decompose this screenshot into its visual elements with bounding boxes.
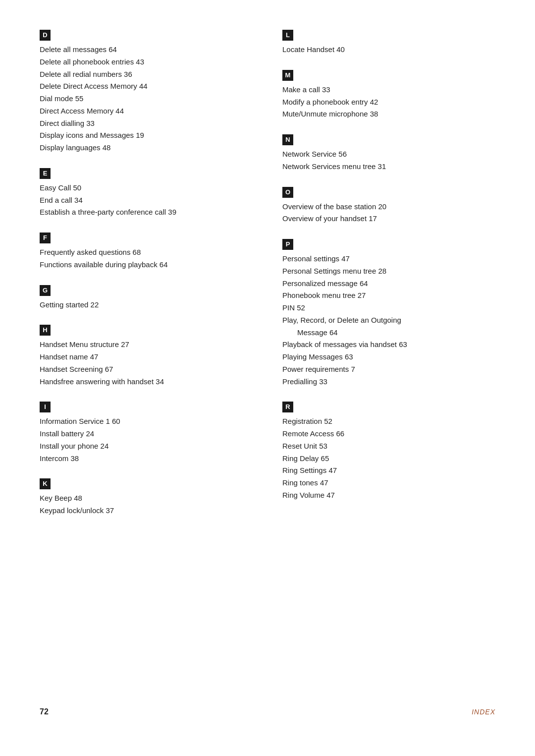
list-item: Information Service 1 60 [40, 415, 253, 428]
list-item: Overview of the base station 20 [282, 201, 495, 213]
list-item: Make a call 33 [282, 84, 495, 96]
section-p: PPersonal settings 47Personal Settings m… [282, 239, 495, 388]
list-item: Ring Settings 47 [282, 465, 495, 477]
list-item: Ring tones 47 [282, 477, 495, 489]
list-item: Play, Record, or Delete an Outgoing [282, 314, 495, 327]
list-item: End a call 34 [40, 194, 253, 207]
section-k: KKey Beep 48Keypad lock/unlock 37 [40, 478, 253, 517]
section-f: FFrequently asked questions 68Functions … [40, 233, 253, 271]
section-g: GGetting started 22 [40, 285, 253, 311]
list-item: Delete all phonebook entries 43 [40, 56, 253, 68]
section-letter-d: D [40, 30, 51, 41]
list-item: Handset name 47 [40, 351, 253, 363]
list-item: Install battery 24 [40, 428, 253, 440]
list-item: Delete all redial numbers 36 [40, 68, 253, 81]
list-item: Direct Access Memory 44 [40, 105, 253, 117]
list-item: Phonebook menu tree 27 [282, 290, 495, 302]
list-item: Functions available during playback 64 [40, 259, 253, 271]
section-letter-h: H [40, 325, 51, 336]
section-letter-k: K [40, 478, 51, 489]
list-item: Playback of messages via handset 63 [282, 339, 495, 351]
list-item: Power requirements 7 [282, 363, 495, 376]
list-item: Display languages 48 [40, 142, 253, 154]
section-letter-e: E [40, 168, 51, 179]
list-item: Handset Screening 67 [40, 363, 253, 376]
left-column: DDelete all messages 64Delete all phoneb… [40, 30, 253, 683]
list-item: Display icons and Messages 19 [40, 129, 253, 142]
list-item: Frequently asked questions 68 [40, 246, 253, 259]
index-label: INDEX [472, 708, 495, 716]
list-item: Network Service 56 [282, 148, 495, 161]
section-letter-n: N [282, 134, 293, 145]
section-o: OOverview of the base station 20Overview… [282, 187, 495, 226]
list-item: Easy Call 50 [40, 182, 253, 194]
section-i: IInformation Service 1 60Install battery… [40, 402, 253, 465]
list-item: Delete Direct Access Memory 44 [40, 80, 253, 93]
section-letter-g: G [40, 285, 51, 296]
list-item: Predialling 33 [282, 376, 495, 388]
list-item: Registration 52 [282, 415, 495, 428]
section-e: EEasy Call 50End a call 34Establish a th… [40, 168, 253, 219]
section-letter-o: O [282, 187, 293, 198]
list-item: Delete all messages 64 [40, 44, 253, 56]
list-item: Dial mode 55 [40, 93, 253, 105]
section-letter-l: L [282, 30, 293, 41]
section-letter-m: M [282, 70, 293, 81]
list-item: Mute/Unmute microphone 38 [282, 108, 495, 120]
page-footer: 72 INDEX [40, 702, 495, 716]
list-item: Handset Menu structure 27 [40, 339, 253, 351]
page-number: 72 [40, 707, 49, 716]
list-item: Modify a phonebook entry 42 [282, 96, 495, 109]
list-item: Getting started 22 [40, 299, 253, 311]
section-letter-r: R [282, 402, 293, 412]
list-item: Ring Volume 47 [282, 489, 495, 502]
section-letter-i: I [40, 402, 51, 412]
section-n: NNetwork Service 56Network Services menu… [282, 134, 495, 173]
index-columns: DDelete all messages 64Delete all phoneb… [40, 30, 495, 683]
section-r: RRegistration 52Remote Access 66Reset Un… [282, 402, 495, 501]
list-item: Key Beep 48 [40, 492, 253, 505]
list-item: PIN 52 [282, 302, 495, 314]
list-item: Personalized message 64 [282, 278, 495, 290]
list-item: Ring Delay 65 [282, 453, 495, 465]
list-item: Personal settings 47 [282, 253, 495, 265]
section-m: MMake a call 33Modify a phonebook entry … [282, 70, 495, 120]
list-item: Intercom 38 [40, 453, 253, 465]
page: DDelete all messages 64Delete all phoneb… [0, 0, 535, 756]
list-item: Network Services menu tree 31 [282, 161, 495, 173]
list-item: Locate Handset 40 [282, 44, 495, 56]
section-letter-p: P [282, 239, 293, 250]
list-item: Handsfree answering with handset 34 [40, 376, 253, 388]
list-item: Playing Messages 63 [282, 351, 495, 363]
list-item: Personal Settings menu tree 28 [282, 265, 495, 278]
list-item: Message 64 [282, 327, 495, 339]
list-item: Remote Access 66 [282, 428, 495, 440]
list-item: Establish a three-party conference call … [40, 206, 253, 219]
section-d: DDelete all messages 64Delete all phoneb… [40, 30, 253, 154]
right-column: LLocate Handset 40MMake a call 33Modify … [282, 30, 495, 683]
list-item: Reset Unit 53 [282, 440, 495, 453]
list-item: Overview of your handset 17 [282, 213, 495, 225]
section-l: LLocate Handset 40 [282, 30, 495, 56]
list-item: Direct dialling 33 [40, 117, 253, 130]
list-item: Install your phone 24 [40, 440, 253, 453]
list-item: Keypad lock/unlock 37 [40, 505, 253, 517]
section-letter-f: F [40, 233, 51, 243]
section-h: HHandset Menu structure 27Handset name 4… [40, 325, 253, 388]
